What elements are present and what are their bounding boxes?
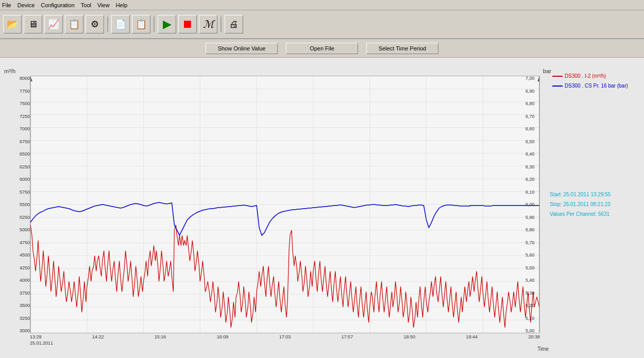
legend-color-red <box>552 76 563 77</box>
y-right-tick: 5,00 <box>526 328 535 333</box>
y-left-tick: 7250 <box>20 114 30 119</box>
display-button[interactable]: 🖥 <box>24 15 42 33</box>
settings-icon: ⚙ <box>91 19 99 30</box>
y-left-tick: 7750 <box>20 89 30 94</box>
copy-button[interactable]: 📄 <box>111 15 130 33</box>
paste-icon: 📋 <box>135 19 147 30</box>
y-left-tick: 3250 <box>20 316 30 321</box>
play-button[interactable]: ▶ <box>158 15 176 33</box>
y-left-tick: 4500 <box>20 252 30 258</box>
y-left-tick: 3750 <box>20 291 30 296</box>
x-axis-tick: 16:09 <box>217 334 229 339</box>
blue-series <box>30 202 539 235</box>
y-right-tick: 6,30 <box>526 164 535 169</box>
start-time: Start: 25.01.2011 13:29:55 <box>550 192 640 197</box>
open-file-button[interactable]: Open File <box>286 43 358 54</box>
graph-button[interactable]: 📈 <box>44 15 63 33</box>
x-axis-tick: 20:38 <box>528 334 540 339</box>
y-left-tick: 4750 <box>20 240 30 245</box>
display-icon: 🖥 <box>28 19 38 30</box>
y-axis-left: 8000775075007250700067506500625060005750… <box>4 76 30 333</box>
svg-marker-28 <box>30 76 32 81</box>
toolbar-separator-2 <box>154 16 155 32</box>
y-right-tick: 6,00 <box>526 202 535 207</box>
legend-item-red: DS300 . I-2 (m³/h) <box>552 73 640 79</box>
menu-file[interactable]: File <box>2 2 11 8</box>
y-right-tick: 5,30 <box>526 291 535 296</box>
y-right-tick: 5,50 <box>526 265 535 270</box>
legend-label-red: DS300 . I-2 (m³/h) <box>565 73 606 79</box>
x-axis-tick: 19:44 <box>466 334 478 339</box>
y-right-tick: 6,80 <box>526 101 535 106</box>
legend-item-blue: DS300 . CS Pr. 16 bar (bar) <box>552 83 640 89</box>
select-time-period-button[interactable]: Select Time Period <box>366 43 438 54</box>
time-label: Time <box>537 346 549 352</box>
x-axis-tick: 15:16 <box>155 334 166 339</box>
menu-view[interactable]: View <box>97 2 110 8</box>
y-axis-left-label: m³/h <box>4 68 15 74</box>
y-left-tick: 3500 <box>20 303 30 308</box>
y-right-tick: 5,80 <box>526 227 535 232</box>
y-left-tick: 3000 <box>20 328 30 333</box>
x-axis-tick: 17:57 <box>342 334 353 339</box>
y-left-tick: 6750 <box>20 139 30 144</box>
table-button[interactable]: 📋 <box>65 15 83 33</box>
y-left-tick: 5500 <box>20 202 30 207</box>
y-axis-right: 7,006,906,806,706,606,506,406,306,206,10… <box>526 76 549 333</box>
graph-icon: 📈 <box>48 19 59 30</box>
settings-button[interactable]: ⚙ <box>86 15 104 33</box>
y-right-tick: 6,10 <box>526 190 535 195</box>
stop-time: Stop: 26.01.2011 08:21:23 <box>550 201 640 207</box>
y-left-tick: 7500 <box>20 101 30 106</box>
menubar: File Device Configuration Tool View Help <box>0 0 644 10</box>
y-right-tick: 5,40 <box>526 278 535 283</box>
y-left-tick: 5250 <box>20 215 30 220</box>
print-icon: 🖨 <box>229 19 239 30</box>
paste-button[interactable]: 📋 <box>132 15 150 33</box>
y-right-tick: 5,10 <box>526 316 535 321</box>
stop-icon: ⏹ <box>182 18 193 31</box>
y-left-tick: 6250 <box>20 164 30 169</box>
y-left-tick: 6000 <box>20 177 30 182</box>
menu-configuration[interactable]: Configuration <box>41 2 74 8</box>
m-tool-button[interactable]: ℳ <box>199 15 217 33</box>
x-axis-tick: 17:03 <box>279 334 291 339</box>
toolbar-separator-1 <box>107 16 108 32</box>
play-icon: ▶ <box>163 18 172 31</box>
y-left-tick: 6500 <box>20 151 30 157</box>
y-axis-right-label: bar <box>543 68 551 74</box>
y-left-tick: 7000 <box>20 126 30 131</box>
y-left-tick: 8000 <box>20 76 30 81</box>
stop-button[interactable]: ⏹ <box>178 15 197 33</box>
y-right-tick: 6,90 <box>526 89 535 94</box>
y-right-tick: 6,20 <box>526 177 535 182</box>
legend-panel: DS300 . I-2 (m³/h) DS300 . CS Pr. 16 bar… <box>552 73 640 93</box>
chart-plot[interactable] <box>30 76 540 333</box>
menu-help[interactable]: Help <box>116 2 128 8</box>
info-panel: Start: 25.01.2011 13:29:55 Stop: 26.01.2… <box>550 192 640 221</box>
y-right-tick: 6,70 <box>526 114 535 119</box>
x-axis-tick: 13:29 <box>30 334 42 339</box>
toolbar: 📂 🖥 📈 📋 ⚙ 📄 📋 ▶ ⏹ ℳ 🖨 <box>0 10 644 39</box>
menu-device[interactable]: Device <box>18 2 35 8</box>
open-folder-button[interactable]: 📂 <box>3 15 22 33</box>
y-left-tick: 4000 <box>20 278 30 283</box>
x-axis-tick: 14:22 <box>92 334 104 339</box>
table-icon: 📋 <box>69 19 80 30</box>
x-axis-date: 25.01.2011 <box>30 340 53 346</box>
values-per-channel: Values Per Channel: 5631 <box>550 211 640 217</box>
red-series <box>30 225 539 328</box>
y-right-tick: 5,60 <box>526 252 535 258</box>
show-online-value-button[interactable]: Show Online Value <box>206 43 278 54</box>
print-button[interactable]: 🖨 <box>225 15 243 33</box>
toolbar-separator-3 <box>221 16 222 32</box>
y-right-tick: 5,20 <box>526 303 535 308</box>
y-right-tick: 6,50 <box>526 139 535 144</box>
action-bar: Show Online Value Open File Select Time … <box>0 39 644 58</box>
y-right-tick: 6,60 <box>526 126 535 131</box>
legend-color-blue <box>552 86 563 87</box>
copy-icon: 📄 <box>115 19 126 30</box>
menu-tool[interactable]: Tool <box>81 2 91 8</box>
y-right-tick: 7,00 <box>526 76 535 81</box>
y-left-tick: 5750 <box>20 190 30 195</box>
